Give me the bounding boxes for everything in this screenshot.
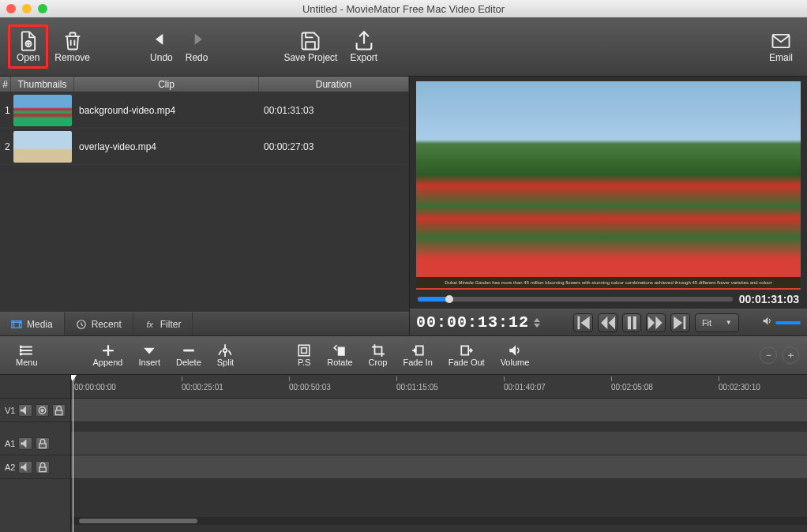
track-name: A1 <box>5 439 15 448</box>
split-label: Split <box>217 358 234 367</box>
save-icon <box>299 30 321 52</box>
zoom-in-button[interactable]: ＋ <box>782 347 799 364</box>
col-duration[interactable]: Duration <box>259 77 409 92</box>
rotate-button[interactable]: Rotate <box>319 342 360 369</box>
track-lock-button[interactable] <box>36 461 50 474</box>
close-window-button[interactable] <box>6 4 16 13</box>
minimize-window-button[interactable] <box>22 4 32 13</box>
redo-icon <box>186 30 208 52</box>
skip-start-button[interactable] <box>573 313 593 332</box>
pause-button[interactable] <box>622 313 642 332</box>
ruler-tick: 00:00:50:03 <box>289 383 331 392</box>
timeline: V1 A1 A2 00:00:00:00 00:00:25:01 00:00:5… <box>0 375 807 532</box>
total-duration: 00:01:31:03 <box>739 293 799 305</box>
crop-label: Crop <box>369 358 388 367</box>
speaker-icon[interactable] <box>762 316 772 328</box>
timecode-down[interactable] <box>534 324 540 328</box>
timeline-menu-button[interactable]: Menu <box>8 342 46 369</box>
email-label: Email <box>769 52 793 63</box>
media-icon <box>11 319 22 330</box>
forward-button[interactable] <box>646 313 666 332</box>
export-button[interactable]: Export <box>343 27 384 66</box>
open-button[interactable]: Open <box>8 24 48 69</box>
maximize-window-button[interactable] <box>38 4 47 13</box>
track-v1[interactable] <box>71 399 807 422</box>
timecode-display[interactable]: 00:00:13:12 <box>416 313 529 332</box>
zoom-out-button[interactable]: － <box>760 347 777 364</box>
timecode-up[interactable] <box>534 318 540 322</box>
recent-icon <box>76 319 87 330</box>
col-number[interactable]: # <box>0 77 11 92</box>
append-button[interactable]: Append <box>85 342 131 369</box>
track-mute-button[interactable] <box>18 461 32 474</box>
col-thumbnails[interactable]: Thumbnails <box>11 77 74 92</box>
chevron-down-icon: ▼ <box>726 319 732 326</box>
clip-thumbnail <box>13 131 72 163</box>
track-hide-button[interactable] <box>36 404 49 417</box>
volume-slider[interactable] <box>775 321 801 324</box>
save-project-button[interactable]: Save Project <box>277 27 343 66</box>
split-button[interactable]: Split <box>209 342 242 369</box>
row-number: 2 <box>0 141 11 152</box>
fadeout-button[interactable]: Fade Out <box>441 342 493 369</box>
undo-button[interactable]: Undo <box>144 27 179 66</box>
track-a2[interactable] <box>71 455 807 479</box>
timeline-ruler[interactable]: 00:00:00:00 00:00:25:01 00:00:50:03 00:0… <box>71 375 807 399</box>
minus-icon <box>182 343 196 358</box>
fadein-button[interactable]: Fade In <box>395 342 440 369</box>
col-clip[interactable]: Clip <box>74 77 259 92</box>
track-mute-button[interactable] <box>18 404 32 417</box>
scrub-handle[interactable] <box>445 295 453 303</box>
ruler-header <box>0 375 70 399</box>
timeline-tracks[interactable]: 00:00:00:00 00:00:25:01 00:00:50:03 00:0… <box>71 375 807 532</box>
preview-canvas[interactable]: Dubai Miracle Garden has more than 45 mi… <box>416 81 801 290</box>
ps-button[interactable]: P.S <box>289 342 319 369</box>
svg-rect-10 <box>298 345 310 356</box>
media-row[interactable]: 2 overlay-video.mp4 00:00:27:03 <box>0 129 409 165</box>
svg-point-8 <box>20 353 21 354</box>
track-name: A2 <box>5 463 15 472</box>
track-a1[interactable] <box>71 432 807 455</box>
skip-end-button[interactable] <box>670 313 690 332</box>
undo-label: Undo <box>150 52 173 63</box>
preview-frame: Dubai Miracle Garden has more than 45 mi… <box>416 81 801 290</box>
email-button[interactable]: Email <box>763 27 799 66</box>
zoom-fit-dropdown[interactable]: Fit ▼ <box>695 313 739 332</box>
ruler-tick: 00:01:15:05 <box>396 383 438 392</box>
track-mute-button[interactable] <box>18 437 32 450</box>
timeline-zoom: － ＋ <box>760 347 799 364</box>
redo-button[interactable]: Redo <box>179 27 215 66</box>
timeline-toolbar: Menu Append Insert Delete Split P.S Rota… <box>0 335 807 375</box>
transport-bar: 00:00:13:12 Fit ▼ <box>410 309 807 335</box>
tab-recent[interactable]: Recent <box>65 313 133 335</box>
volume-button[interactable]: Volume <box>493 342 538 369</box>
tab-filter[interactable]: fx Filter <box>133 313 193 335</box>
menu-label: Menu <box>16 358 38 367</box>
track-lock-button[interactable] <box>36 437 50 450</box>
crop-button[interactable]: Crop <box>361 342 396 369</box>
scrubber[interactable] <box>418 297 733 302</box>
fadein-label: Fade In <box>403 358 432 367</box>
remove-button[interactable]: Remove <box>48 27 96 66</box>
track-headers: V1 A1 A2 <box>0 375 71 532</box>
delete-button[interactable]: Delete <box>168 342 209 369</box>
svg-point-7 <box>20 350 21 351</box>
svg-point-6 <box>20 346 21 347</box>
insert-button[interactable]: Insert <box>130 342 168 369</box>
timeline-scrollbar[interactable] <box>71 517 807 525</box>
insert-label: Insert <box>138 358 160 367</box>
playhead[interactable] <box>73 375 73 532</box>
scrollbar-thumb[interactable] <box>79 519 197 523</box>
timecode-stepper <box>534 318 540 328</box>
tab-media[interactable]: Media <box>0 313 65 335</box>
delete-label: Delete <box>176 358 201 367</box>
window-controls <box>6 4 47 13</box>
open-label: Open <box>17 52 39 63</box>
rewind-button[interactable] <box>598 313 617 332</box>
filter-icon: fx <box>145 319 156 330</box>
scrub-row: 00:01:31:03 <box>410 291 807 309</box>
media-row[interactable]: 1 background-video.mp4 00:01:31:03 <box>0 92 409 129</box>
ps-label: P.S <box>298 358 310 367</box>
main-area: # Thumbnails Clip Duration 1 background-… <box>0 77 807 335</box>
track-lock-button[interactable] <box>52 404 66 417</box>
